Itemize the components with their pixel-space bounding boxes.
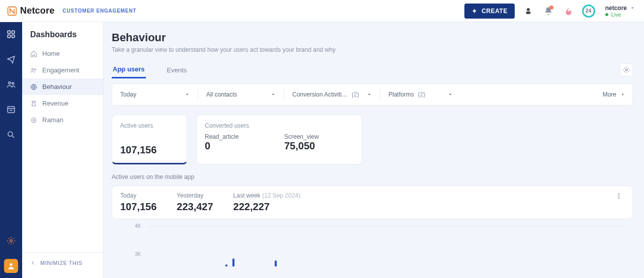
minimize-label: MINIMIZE THIS [40, 260, 83, 266]
svg-point-16 [33, 119, 35, 121]
rail-audience[interactable] [4, 77, 18, 91]
summary-value: 222,227 [233, 201, 300, 213]
filter-platforms-label: Platforms [388, 91, 414, 98]
svg-point-8 [12, 82, 14, 84]
svg-rect-2 [526, 11, 530, 14]
filter-activity-count: (2) [352, 91, 359, 98]
status-ring-value: 24 [586, 8, 591, 14]
rail-campaigns[interactable] [4, 52, 18, 66]
chevron-down-icon [185, 92, 190, 97]
filters-bar: Today All contacts Conversion Activiti… … [112, 83, 633, 106]
metric-value: 75,050 [284, 140, 354, 152]
chevron-down-icon [271, 92, 276, 97]
kpi-active-users[interactable]: Active users 107,156 [112, 115, 187, 164]
summary-label: Last week (12 Sep 2024) [233, 192, 300, 199]
svg-point-1 [527, 8, 530, 11]
svg-rect-9 [8, 107, 15, 113]
svg-point-13 [32, 68, 33, 70]
page-subtitle: Take a granular view to understand how y… [112, 46, 633, 53]
filter-contacts[interactable]: All contacts [198, 84, 284, 105]
filter-date[interactable]: Today [112, 84, 198, 105]
summary-label-hint: (12 Sep 2024) [262, 192, 300, 199]
notifications-dot [549, 6, 553, 10]
sidebar-item-engagement[interactable]: Engagement [22, 62, 103, 78]
svg-point-21 [618, 198, 619, 199]
chart-bar [232, 258, 234, 266]
svg-point-11 [10, 240, 13, 242]
topbar: Netcore CUSTOMER ENGAGEMENT CREATE 24 ne… [0, 0, 644, 22]
sidebar-title: Dashboards [30, 30, 95, 39]
summary-yesterday: Yesterday 223,427 [177, 192, 213, 213]
tabs: App users Events [112, 61, 633, 78]
filter-contacts-label: All contacts [206, 91, 237, 98]
sidebar-item-home[interactable]: Home [22, 45, 103, 62]
summary-today: Today 107,156 [120, 192, 156, 213]
left-rail [0, 22, 22, 278]
summary-last-week: Last week (12 Sep 2024) 222,227 [233, 192, 300, 213]
sidebar-item-label: Behaviour [42, 83, 72, 90]
sidebar-item-raman[interactable]: Raman [22, 112, 103, 128]
filter-activity[interactable]: Conversion Activiti… (2) [284, 84, 380, 105]
svg-rect-5 [8, 35, 10, 38]
kpi-title: Converted users [205, 122, 354, 129]
create-button-label: CREATE [481, 8, 507, 15]
filters-more[interactable]: More [603, 91, 632, 98]
tab-label: App users [113, 65, 145, 73]
sidebar: Dashboards Home Engagement Behaviour Rev… [22, 22, 104, 278]
rail-dashboards[interactable] [4, 27, 18, 41]
filters-more-label: More [603, 91, 616, 98]
rail-content[interactable] [4, 103, 18, 117]
summary-label: Today [120, 192, 156, 199]
rail-settings[interactable] [4, 234, 18, 248]
sidebar-nav: Home Engagement Behaviour Revenue Raman [22, 45, 103, 128]
tab-events[interactable]: Events [166, 62, 188, 78]
svg-rect-4 [12, 31, 15, 33]
create-button[interactable]: CREATE [464, 4, 514, 19]
converted-metrics: Read_article 0 Screen_view 75,050 [205, 133, 354, 152]
summary-value: 107,156 [120, 201, 156, 213]
account-menu[interactable]: netcore Live [605, 5, 635, 18]
filter-platforms-count: (2) [418, 91, 426, 98]
kpi-row: Active users 107,156 Converted users Rea… [112, 115, 633, 164]
rail-profile-icon[interactable] [4, 259, 18, 273]
section-caption: Active users on the mobile app [112, 173, 633, 180]
filter-activity-label: Conversion Activiti… [292, 91, 348, 98]
summary-menu-button[interactable] [615, 192, 624, 200]
svg-point-7 [9, 82, 11, 84]
sidebar-item-label: Home [42, 50, 60, 57]
summary-label: Yesterday [177, 192, 213, 199]
svg-point-10 [8, 132, 13, 136]
account-status-text: Live [611, 12, 621, 18]
svg-point-12 [10, 263, 12, 266]
sidebar-item-label: Revenue [42, 100, 68, 107]
flame-icon[interactable] [562, 5, 575, 18]
svg-point-19 [618, 194, 619, 195]
tab-settings-button[interactable] [620, 63, 633, 76]
notifications-icon[interactable] [542, 5, 555, 18]
y-tick: 4K [135, 223, 141, 229]
sidebar-item-behaviour[interactable]: Behaviour [22, 78, 103, 95]
svg-point-20 [618, 196, 619, 197]
minimize-sidebar-button[interactable]: MINIMIZE THIS [22, 252, 103, 273]
metric-value: 0 [205, 140, 274, 152]
svg-point-18 [625, 69, 627, 71]
metric-label: Read_article [205, 133, 274, 140]
assistant-avatar-icon[interactable] [522, 5, 535, 18]
kpi-converted-users[interactable]: Converted users Read_article 0 Screen_vi… [196, 115, 362, 164]
tab-label: Events [167, 66, 187, 74]
status-ring[interactable]: 24 [582, 5, 595, 18]
filter-platforms[interactable]: Platforms (2) [380, 84, 461, 105]
sidebar-item-label: Raman [42, 116, 63, 124]
svg-point-14 [34, 68, 36, 70]
metric-label: Screen_view [284, 133, 354, 140]
svg-rect-6 [12, 35, 15, 38]
chart-bar [225, 264, 227, 266]
account-name: netcore [605, 5, 635, 12]
page-title: Behaviour [112, 31, 633, 44]
svg-rect-3 [8, 31, 10, 33]
rail-search[interactable] [4, 128, 18, 142]
sidebar-item-revenue[interactable]: Revenue [22, 95, 103, 112]
tab-app-users[interactable]: App users [112, 61, 146, 78]
sidebar-item-label: Engagement [42, 66, 79, 74]
chart-bars [148, 226, 625, 266]
